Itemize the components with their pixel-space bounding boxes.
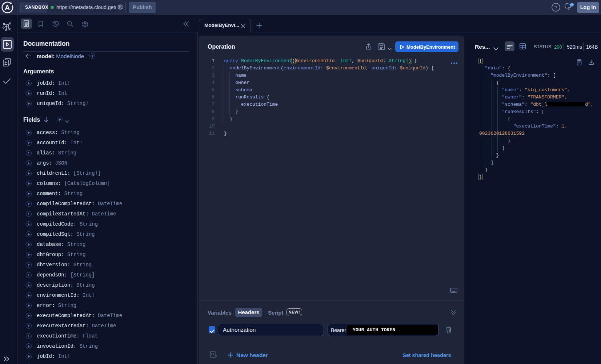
svg-text:A: A — [5, 4, 10, 11]
svg-text:?: ? — [554, 4, 557, 11]
